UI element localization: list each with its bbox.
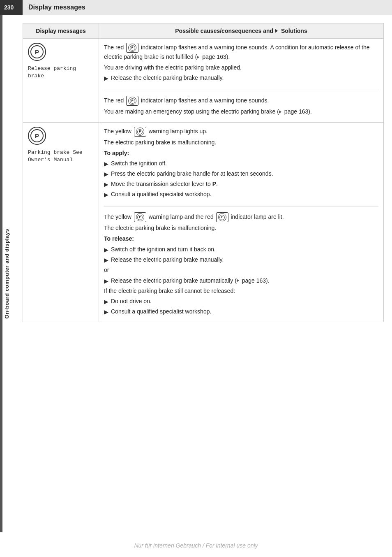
to-release-label: To release: [104, 234, 378, 244]
bullet-text-3: Press the electric parking brake handle … [111, 169, 273, 178]
bullet-arrow-icon-4: ▶ [104, 180, 108, 189]
icon-p-label-4: P [137, 215, 143, 220]
content-block-2-2: The yellow P warning lamp and the red P [104, 212, 378, 316]
col-header-causes: Possible causes/consequences and Solutio… [99, 23, 384, 39]
icon-p-label-3: P [137, 129, 143, 135]
para-2: You are driving with the electric parkin… [104, 63, 378, 72]
red-indicator-icon-3: P [216, 212, 228, 222]
icon-circle-2: P [128, 97, 136, 105]
para-7: The yellow P warning lamp and the red P [104, 212, 378, 222]
para-1: The red P indicator lamp flashes and a w… [104, 43, 378, 62]
arrow-icon [275, 29, 278, 33]
bullet-text-6: Switch off the ignition and turn it back… [111, 245, 216, 254]
sidebar: On-board computer and displays [0, 15, 13, 532]
icon-p-label-2: P [130, 98, 135, 104]
bullet-1: ▶ Release the electric parking brake man… [104, 74, 378, 83]
bullet-9: ▶ Do not drive on. [104, 297, 378, 306]
icon-circle-4: P [136, 213, 144, 221]
bullet-5: ▶ Consult a qualified specialist worksho… [104, 190, 378, 199]
para-4: You are making an emergency stop using t… [104, 107, 378, 116]
bullet-arrow-icon-7: ▶ [104, 256, 108, 265]
bullet-text-2: Switch the ignition off. [111, 159, 167, 168]
bullet-arrow-icon-2: ▶ [104, 160, 108, 168]
icon-p-label-1: P [130, 45, 135, 51]
bullet-text-9: Do not drive on. [111, 297, 152, 306]
parking-icon-inner: P [30, 45, 44, 58]
content-block-1-1: The red P indicator lamp flashes and a w… [104, 43, 378, 90]
page-header: 230 Display messages [0, 0, 392, 15]
bullet-arrow-icon-10: ▶ [104, 308, 108, 316]
page-ref-arrow-2 [279, 110, 281, 114]
page-ref-arrow-1 [197, 56, 199, 59]
icon-cell-2: P Parking brake SeeOwner's Manual [28, 127, 94, 164]
col2-header-text: Possible causes/consequences and Solutio… [175, 28, 307, 34]
bullet-text-4: Move the transmission selector lever to … [111, 180, 218, 188]
icon-cell-1: P Release parkingbrake [28, 43, 94, 80]
bullet-4: ▶ Move the transmission selector lever t… [104, 180, 378, 189]
content-block-2-1: The yellow P warning lamp lights up. The… [104, 127, 378, 207]
bullet-text-8: Release the electric parking brake autom… [111, 276, 270, 285]
bullet-3: ▶ Press the electric parking brake handl… [104, 169, 378, 179]
bullet-10: ▶ Consult a qualified specialist worksho… [104, 307, 378, 316]
icon-p-label-5: P [219, 215, 225, 220]
bullet-6: ▶ Switch off the ignition and turn it ba… [104, 245, 378, 254]
icon-circle-3: P [136, 128, 144, 136]
bullet-arrow-icon-5: ▶ [104, 190, 108, 199]
table-row: P Release parkingbrake The red P [23, 39, 384, 123]
sidebar-label: On-board computer and displays [4, 229, 10, 319]
bullet-arrow-icon-6: ▶ [104, 246, 108, 254]
bullet-text-7: Release the electric parking brake manua… [111, 255, 224, 264]
parking-brake-icon-2: P [28, 127, 46, 145]
bullet-text-1: Release the electric parking brake manua… [111, 74, 224, 82]
red-indicator-icon-2: P [126, 96, 138, 106]
para-3: The red P indicator lamp flashes and a w… [104, 96, 378, 106]
yellow-warning-icon-1: P [134, 127, 146, 137]
main-content: Display messages Possible causes/consequ… [23, 23, 384, 322]
para-9: If the electric parking brake still cann… [104, 287, 378, 296]
icon-circle-5: P [218, 213, 226, 221]
display-cell-2: P Parking brake SeeOwner's Manual [23, 123, 99, 322]
bullet-arrow-icon-3: ▶ [104, 170, 108, 179]
page-ref-arrow-3 [237, 279, 239, 282]
footer-watermark: Nur für internen Gebrauch / For internal… [0, 542, 392, 549]
to-apply-label: To apply: [104, 149, 378, 158]
bullet-arrow-icon: ▶ [104, 74, 108, 83]
icon-circle-1: P [128, 44, 136, 52]
main-table: Display messages Possible causes/consequ… [23, 23, 384, 322]
table-header-row: Display messages Possible causes/consequ… [23, 23, 384, 39]
bullet-2: ▶ Switch the ignition off. [104, 159, 378, 168]
icon-label-1: Release parkingbrake [28, 65, 76, 80]
causes-cell-2: The yellow P warning lamp lights up. The… [99, 123, 384, 322]
para-5: The yellow P warning lamp lights up. [104, 127, 378, 137]
parking-icon-inner-2: P [30, 129, 44, 142]
page-title: Display messages [23, 4, 85, 11]
para-8: The electric parking brake is malfunctio… [104, 224, 378, 233]
table-row: P Parking brake SeeOwner's Manual The ye… [23, 123, 384, 322]
content-block-1-2: The red P indicator lamp flashes and a w… [104, 96, 378, 116]
causes-cell-1: The red P indicator lamp flashes and a w… [99, 39, 384, 123]
page-number: 230 [0, 0, 23, 15]
bullet-arrow-icon-8: ▶ [104, 277, 108, 285]
display-cell-1: P Release parkingbrake [23, 39, 99, 123]
para-6: The electric parking brake is malfunctio… [104, 138, 378, 147]
parking-brake-icon: P [28, 43, 46, 61]
red-indicator-icon-1: P [126, 43, 138, 53]
bullet-8: ▶ Release the electric parking brake aut… [104, 276, 378, 285]
bullet-arrow-icon-9: ▶ [104, 297, 108, 306]
bullet-text-10: Consult a qualified specialist workshop. [111, 307, 211, 316]
bullet-7: ▶ Release the electric parking brake man… [104, 255, 378, 265]
col-header-display: Display messages [23, 23, 99, 39]
icon-label-2: Parking brake SeeOwner's Manual [28, 149, 83, 164]
bullet-text-5: Consult a qualified specialist workshop. [111, 190, 211, 199]
or-text: or [104, 266, 378, 275]
yellow-warning-icon-2: P [134, 212, 146, 222]
